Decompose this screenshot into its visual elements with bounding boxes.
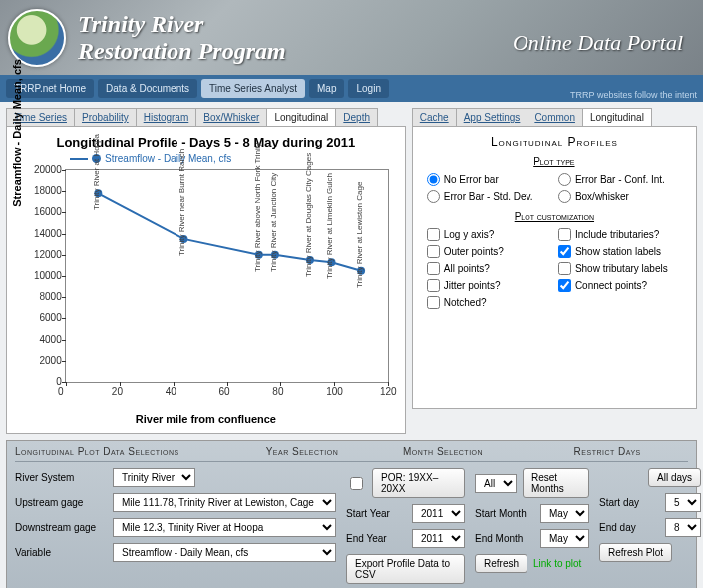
tab-longitudinal[interactable]: Longitudinal	[266, 108, 336, 126]
plot-custom-checkbox[interactable]	[558, 262, 571, 275]
top-nav: TRRP.net Home Data & Documents Time Seri…	[0, 75, 703, 102]
y-tick: 2000	[18, 355, 62, 366]
x-tick: 120	[380, 386, 397, 397]
plot-custom-option[interactable]: Log y axis?	[427, 228, 550, 241]
start-year-label: Start Year	[346, 508, 406, 519]
tab-appsettings[interactable]: App Settings	[456, 108, 528, 126]
x-tick: 100	[326, 386, 343, 397]
nav-map[interactable]: Map	[309, 79, 344, 98]
variable-select[interactable]: Streamflow - Daily Mean, cfs	[113, 543, 336, 562]
reset-months-button[interactable]: Reset Months	[523, 468, 589, 498]
bp-head-month: Month Selection	[403, 446, 574, 457]
plot-type-radio[interactable]	[427, 173, 440, 186]
station-label: Trinity River at Limekiln Gulch	[325, 173, 334, 279]
tab-histogram[interactable]: Histogram	[136, 108, 197, 126]
banner-title-line2: Restoration Program	[78, 38, 286, 64]
plot-custom-checkbox[interactable]	[427, 245, 440, 258]
x-tick: 80	[272, 386, 283, 397]
plot-type-radio[interactable]	[558, 190, 571, 203]
por-button[interactable]: POR: 19XX–20XX	[372, 468, 465, 498]
tab-depth[interactable]: Depth	[335, 108, 378, 126]
plot-type-option[interactable]: Error Bar - Std. Dev.	[427, 190, 550, 203]
bp-head-year: Year Selection	[266, 446, 403, 457]
downstream-select[interactable]: Mile 12.3, Trinity River at Hoopa	[113, 518, 336, 537]
tab-boxwhisker[interactable]: Box/Whisker	[195, 108, 267, 126]
plot-custom-checkbox[interactable]	[427, 296, 440, 309]
end-month-select[interactable]: May	[540, 529, 589, 548]
start-day-label: Start day	[599, 497, 659, 508]
plot-type-radio[interactable]	[427, 190, 440, 203]
tab-common[interactable]: Common	[527, 108, 583, 126]
station-label: Trinity River at Lewiston Cage	[355, 181, 364, 287]
bp-head-days: Restrict Days	[574, 446, 688, 457]
plot-type-radio[interactable]	[558, 173, 571, 186]
refresh-plot-button[interactable]: Refresh Plot	[599, 543, 672, 562]
banner-title: Trinity River Restoration Program	[78, 11, 286, 64]
end-day-select[interactable]: 8	[665, 518, 701, 537]
plot-type-label: Error Bar - Conf. Int.	[575, 174, 665, 185]
tab-probability[interactable]: Probability	[74, 108, 137, 126]
x-tick: 20	[112, 386, 123, 397]
chart-area: Streamflow - Daily Mean, cfs Streamflow …	[15, 151, 397, 411]
banner-subtitle: Online Data Portal	[513, 30, 683, 56]
upstream-select[interactable]: Mile 111.78, Trinity River at Lewiston, …	[113, 493, 336, 512]
station-label: Trinity River at Junction City	[269, 173, 278, 272]
plot-custom-label: All points?	[444, 263, 490, 274]
start-month-select[interactable]: May	[540, 504, 589, 523]
plot-custom-option	[558, 296, 682, 309]
plot-custom-option[interactable]: Outer points?	[427, 245, 550, 258]
plot-custom-option[interactable]: Show tributary labels	[558, 262, 682, 275]
plot-custom-option[interactable]: Notched?	[427, 296, 550, 309]
link-to-plot[interactable]: Link to plot	[533, 558, 581, 569]
start-day-select[interactable]: 5	[665, 493, 701, 512]
station-label: Trinity River at Douglas City Cages	[304, 153, 313, 277]
tab-rlongitudinal[interactable]: Longitudinal	[582, 108, 652, 126]
end-day-label: End day	[599, 522, 659, 533]
plot-custom-option[interactable]: Show station labels	[558, 245, 682, 258]
chart-title: Longitudinal Profile - Days 5 - 8 May du…	[15, 135, 397, 149]
river-system-label: River System	[15, 472, 107, 483]
right-tabset: Cache App Settings Common Longitudinal	[412, 108, 697, 126]
river-system-select[interactable]: Trinity River	[113, 468, 195, 487]
y-tick: 12000	[18, 249, 62, 260]
start-month-label: Start Month	[475, 508, 534, 519]
plot-custom-option[interactable]: Include tributaries?	[558, 228, 682, 241]
plot-custom-checkbox[interactable]	[558, 228, 571, 241]
plot-custom-option[interactable]: Connect points?	[558, 279, 682, 292]
plot-type-option[interactable]: Error Bar - Conf. Int.	[558, 173, 682, 186]
nav-login[interactable]: Login	[348, 79, 388, 98]
all-days-button[interactable]: All days	[648, 468, 701, 487]
refresh-button[interactable]: Refresh	[475, 554, 527, 573]
plot-custom-label: Log y axis?	[444, 229, 495, 240]
plot-custom-checkbox[interactable]	[427, 279, 440, 292]
plot-custom-label: Notched?	[444, 297, 487, 308]
plot-custom-checkbox[interactable]	[558, 245, 571, 258]
plot-custom-label: Show tributary labels	[575, 263, 668, 274]
settings-panel: Longitudinal Profiles Plot type No Error…	[412, 126, 697, 409]
nav-data[interactable]: Data & Documents	[98, 79, 197, 98]
plot-type-option[interactable]: Box/whisker	[558, 190, 682, 203]
export-csv-button[interactable]: Export Profile Data to CSV	[346, 554, 465, 584]
plot-custom-option[interactable]: All points?	[427, 262, 550, 275]
trrp-logo	[8, 9, 66, 67]
plot-type-option[interactable]: No Error bar	[427, 173, 550, 186]
plot-custom-checkbox[interactable]	[427, 228, 440, 241]
all-months-select[interactable]: All	[475, 474, 517, 493]
plot-custom-heading: Plot customization	[421, 211, 688, 222]
end-year-select[interactable]: 2011	[412, 529, 465, 548]
plot-custom-label: Outer points?	[444, 246, 504, 257]
tab-cache[interactable]: Cache	[412, 108, 457, 126]
settings-heading: Longitudinal Profiles	[421, 135, 688, 148]
plot-custom-option[interactable]: Jitter points?	[427, 279, 550, 292]
bottom-panel: Longitudinal Plot Data Selections Year S…	[6, 440, 697, 588]
left-tabset: Time Series Probability Histogram Box/Wh…	[6, 108, 406, 126]
plot-custom-checkbox[interactable]	[427, 262, 440, 275]
start-year-select[interactable]: 2011	[412, 504, 465, 523]
plot-custom-checkbox[interactable]	[558, 279, 571, 292]
plot-custom-label: Show station labels	[575, 246, 661, 257]
y-tick: 10000	[18, 270, 62, 281]
y-tick: 14000	[18, 228, 62, 239]
por-checkbox[interactable]	[350, 477, 363, 490]
station-label: Trinity River at Hoopa	[92, 134, 101, 210]
nav-tsa[interactable]: Time Series Analyst	[201, 79, 305, 98]
